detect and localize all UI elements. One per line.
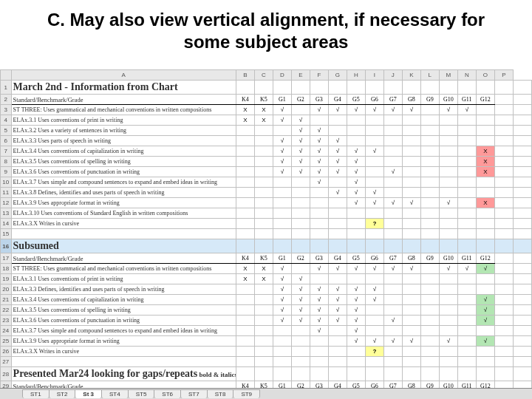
check-cell[interactable]: [420, 357, 439, 367]
check-cell[interactable]: [439, 274, 457, 284]
check-cell[interactable]: √: [328, 305, 347, 316]
sheet-row[interactable]: 16Subsumed: [1, 239, 532, 253]
cell[interactable]: [236, 81, 254, 95]
standard-label[interactable]: ST THREE: Uses grammatical and mechanica…: [11, 105, 236, 115]
row-number[interactable]: 22: [1, 305, 12, 316]
sheet-row[interactable]: 28Presented Mar24 looking for gaps/repea…: [1, 367, 532, 381]
cell[interactable]: [476, 239, 494, 253]
check-cell[interactable]: [365, 326, 383, 336]
section-title[interactable]: March 2nd - Information from Chart: [11, 81, 236, 95]
check-cell[interactable]: √: [402, 264, 420, 274]
grade-header[interactable]: G11: [457, 95, 476, 105]
check-cell[interactable]: [439, 347, 457, 357]
grade-header[interactable]: G1: [273, 253, 291, 264]
check-cell[interactable]: [439, 188, 457, 198]
check-cell[interactable]: [310, 219, 328, 229]
check-cell[interactable]: [402, 146, 420, 157]
check-cell[interactable]: [328, 336, 347, 347]
standard-label[interactable]: ELAx.3.7 Uses simple and compound senten…: [11, 326, 236, 336]
check-cell[interactable]: √: [310, 126, 328, 136]
check-cell[interactable]: [310, 347, 328, 357]
row-number[interactable]: 27: [1, 357, 12, 367]
check-cell[interactable]: [273, 326, 291, 336]
check-cell[interactable]: [273, 208, 291, 219]
check-cell[interactable]: [402, 208, 420, 219]
col-header[interactable]: B: [236, 70, 254, 81]
grade-header[interactable]: G4: [328, 95, 347, 105]
check-cell[interactable]: [420, 229, 439, 239]
check-cell[interactable]: [402, 284, 420, 295]
check-cell[interactable]: √: [439, 336, 457, 347]
check-cell[interactable]: [476, 136, 494, 146]
check-cell[interactable]: √: [347, 326, 365, 336]
check-cell[interactable]: [236, 229, 254, 239]
check-cell[interactable]: [236, 284, 254, 295]
cell[interactable]: [494, 146, 513, 157]
col-header[interactable]: I: [365, 70, 383, 81]
cell[interactable]: [236, 367, 254, 381]
check-cell[interactable]: [291, 264, 310, 274]
row-number[interactable]: 7: [1, 146, 12, 157]
check-cell[interactable]: [420, 105, 439, 115]
row-number[interactable]: 2: [1, 95, 12, 105]
check-cell[interactable]: [476, 219, 494, 229]
cell[interactable]: [513, 239, 531, 253]
check-cell[interactable]: √: [383, 105, 402, 115]
row-number[interactable]: 13: [1, 208, 12, 219]
check-cell[interactable]: √: [347, 295, 365, 305]
check-cell[interactable]: √: [476, 295, 494, 305]
grade-header[interactable]: G6: [365, 253, 383, 264]
check-cell[interactable]: [254, 284, 273, 295]
standard-label[interactable]: ELAx.3.4 Uses conventions of capitalizat…: [11, 295, 236, 305]
check-cell[interactable]: [328, 229, 347, 239]
check-cell[interactable]: X: [236, 115, 254, 126]
cell[interactable]: [494, 229, 513, 239]
check-cell[interactable]: [291, 177, 310, 188]
cell[interactable]: [513, 115, 531, 126]
check-cell[interactable]: [383, 305, 402, 316]
check-cell[interactable]: [328, 274, 347, 284]
col-header[interactable]: G: [328, 70, 347, 81]
check-cell[interactable]: [291, 357, 310, 367]
standard-label[interactable]: [11, 229, 236, 239]
check-cell[interactable]: [365, 126, 383, 136]
sheet-row[interactable]: 15: [1, 229, 532, 239]
col-header[interactable]: H: [347, 70, 365, 81]
standard-label[interactable]: ELAx.3.X Writes in cursive: [11, 219, 236, 229]
check-cell[interactable]: [457, 316, 476, 326]
check-cell[interactable]: [383, 357, 402, 367]
standard-label[interactable]: ELAx.3.4 Uses conventions of capitalizat…: [11, 146, 236, 157]
cell[interactable]: [494, 198, 513, 208]
check-cell[interactable]: [383, 136, 402, 146]
grade-header[interactable]: K5: [254, 95, 273, 105]
check-cell[interactable]: [310, 274, 328, 284]
col-header[interactable]: C: [254, 70, 273, 81]
cell[interactable]: [513, 81, 531, 95]
check-cell[interactable]: [328, 115, 347, 126]
subheader-cell[interactable]: Standard/Benchmark/Grade: [11, 253, 236, 264]
sheet-row[interactable]: 12ELAx.3.9 Uses appropriate format in wr…: [1, 198, 532, 208]
cell[interactable]: [513, 136, 531, 146]
check-cell[interactable]: [476, 115, 494, 126]
check-cell[interactable]: [236, 167, 254, 177]
check-cell[interactable]: [383, 208, 402, 219]
standard-label[interactable]: ELAx.3.6 Uses conventions of punctuation…: [11, 316, 236, 326]
sheet-row[interactable]: 23ELAx.3.6 Uses conventions of punctuati…: [1, 316, 532, 326]
grade-header[interactable]: G10: [439, 253, 457, 264]
check-cell[interactable]: [347, 274, 365, 284]
cell[interactable]: [494, 264, 513, 274]
check-cell[interactable]: [383, 274, 402, 284]
check-cell[interactable]: [291, 229, 310, 239]
row-number[interactable]: 19: [1, 274, 12, 284]
cell[interactable]: [513, 95, 531, 105]
standard-label[interactable]: ELAx.3.5 Uses conventions of spelling in…: [11, 157, 236, 167]
col-header[interactable]: J: [383, 70, 402, 81]
check-cell[interactable]: [439, 316, 457, 326]
check-cell[interactable]: [383, 115, 402, 126]
cell[interactable]: [310, 81, 328, 95]
check-cell[interactable]: [236, 126, 254, 136]
row-number[interactable]: 25: [1, 336, 12, 347]
cell[interactable]: [439, 81, 457, 95]
check-cell[interactable]: [236, 146, 254, 157]
check-cell[interactable]: [457, 229, 476, 239]
